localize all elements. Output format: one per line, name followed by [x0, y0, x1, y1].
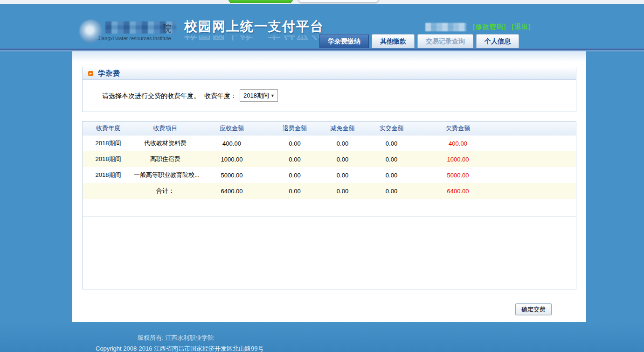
logo-subtitle: Jiangxi water resources institute — [98, 35, 171, 41]
cell: 2018期间 — [83, 171, 134, 179]
content-panel: ▸ 学杂费 请选择本次进行交费的收费年度。 收费年度： 2018期间 ▼ 收费年… — [72, 51, 586, 322]
cell: 0.00 — [323, 156, 362, 163]
tuition-section: ▸ 学杂费 请选择本次进行交费的收费年度。 收费年度： 2018期间 ▼ — [82, 67, 576, 112]
cell: 0.00 — [267, 188, 323, 195]
copyright-line1: 版权所有: 江西水利职业学院 — [138, 334, 214, 342]
footer: 版权所有: 江西水利职业学院 Copyright 2008-2016 江西省南昌… — [0, 322, 644, 352]
header-cell: 欠费金额 — [421, 124, 495, 133]
cell: 0.00 — [267, 172, 323, 179]
cell: 0.00 — [267, 156, 323, 163]
tab-other-payment[interactable]: 其他缴款 — [372, 34, 415, 48]
page-title-wrap: 校园网上统一支付平台 校园网上统一支付平台 — [184, 18, 324, 42]
cell: 0.00 — [323, 172, 362, 179]
change-password-link[interactable]: [修改密码] — [473, 23, 506, 31]
cell: 400.00 — [421, 140, 495, 147]
year-select-value: 2018期间 — [243, 92, 269, 100]
cell: 2018期间 — [83, 139, 134, 148]
fee-table: 收费年度收费项目应收金额退费金额减免金额实交金额欠费金额 2018期间代收教材资… — [82, 121, 576, 289]
cell: 6400.00 — [197, 188, 267, 195]
header: 院 Jiangxi water resources institute 校园网上… — [0, 4, 644, 48]
header-cell: 实交金额 — [362, 124, 421, 133]
nav-tabs: 学杂费缴纳 其他缴款 交易记录查询 个人信息 — [319, 34, 519, 48]
page-title: 校园网上统一支付平台 — [184, 18, 324, 35]
cell: 5000.00 — [197, 172, 267, 179]
cell: 0.00 — [362, 140, 421, 147]
header-cell: 应收金额 — [197, 124, 267, 133]
logout-link[interactable]: [退出] — [512, 23, 531, 31]
cell: 一般高等职业教育院校... — [134, 171, 197, 179]
header-cell: 退费金额 — [267, 124, 323, 133]
header-separator — [0, 48, 644, 51]
cell: 0.00 — [323, 140, 362, 147]
cell: 0.00 — [362, 188, 421, 195]
cell: 1000.00 — [197, 156, 267, 163]
section-title: 学杂费 — [98, 69, 120, 78]
year-select[interactable]: 2018期间 ▼ — [240, 89, 278, 102]
orange-arrow-icon: ▸ — [88, 71, 93, 76]
table-row: 合计：6400.000.000.000.006400.00 — [83, 183, 576, 199]
section-header: ▸ 学杂费 — [82, 67, 576, 80]
cell: 1000.00 — [421, 156, 495, 163]
table-header-row: 收费年度收费项目应收金额退费金额减免金额实交金额欠费金额 — [83, 122, 576, 135]
cell: 0.00 — [323, 188, 362, 195]
cell: 合计： — [134, 187, 197, 195]
browser-strip — [0, 0, 644, 4]
cell: 0.00 — [362, 156, 421, 163]
table-empty-row — [83, 199, 576, 217]
page-title-reflection: 校园网上统一支付平台 — [184, 35, 324, 42]
header-cell: 减免金额 — [323, 124, 362, 133]
table-row: 2018期间代收教材资料费400.000.000.000.00400.00 — [83, 135, 576, 151]
cell: 5000.00 — [421, 172, 495, 179]
cell: 2018期间 — [83, 155, 134, 163]
year-selector-panel: 请选择本次进行交费的收费年度。 收费年度： 2018期间 ▼ — [82, 80, 576, 112]
cell: 6400.00 — [421, 188, 495, 195]
cell: 代收教材资料费 — [134, 139, 197, 148]
copyright-line2: Copyright 2008-2016 江西省南昌市国家经济开发区北山路99号 — [96, 345, 264, 352]
partial-white-tab[interactable] — [298, 0, 379, 3]
tab-personal-info[interactable]: 个人信息 — [476, 34, 519, 48]
logo-name-suffix: 院 — [162, 22, 172, 35]
username-redacted — [425, 23, 466, 31]
tab-tuition-payment[interactable]: 学杂费缴纳 — [319, 34, 369, 48]
header-cell: 收费项目 — [134, 124, 197, 133]
header-cell: 收费年度 — [83, 124, 134, 133]
chevron-down-icon: ▼ — [270, 93, 275, 98]
table-row: 2018期间一般高等职业教育院校...5000.000.000.000.0050… — [83, 167, 576, 183]
cell: 高职住宿费 — [134, 155, 197, 163]
confirm-payment-button[interactable]: 确定交费 — [515, 303, 552, 315]
page: 院 Jiangxi water resources institute 校园网上… — [0, 0, 644, 352]
partial-green-button[interactable] — [229, 0, 293, 3]
cell: 0.00 — [267, 140, 323, 147]
user-area: [修改密码] [退出] — [425, 22, 537, 32]
school-logo: 院 Jiangxi water resources institute — [79, 19, 180, 46]
fee-table-body: 2018期间代收教材资料费400.000.000.000.00400.00201… — [83, 135, 576, 199]
tab-transaction-records[interactable]: 交易记录查询 — [417, 34, 473, 48]
instruction-text: 请选择本次进行交费的收费年度。 — [102, 92, 200, 100]
year-label: 收费年度： — [204, 92, 237, 100]
table-row: 2018期间高职住宿费1000.000.000.000.001000.00 — [83, 151, 576, 167]
cell: 400.00 — [197, 140, 267, 147]
cell: 0.00 — [362, 172, 421, 179]
